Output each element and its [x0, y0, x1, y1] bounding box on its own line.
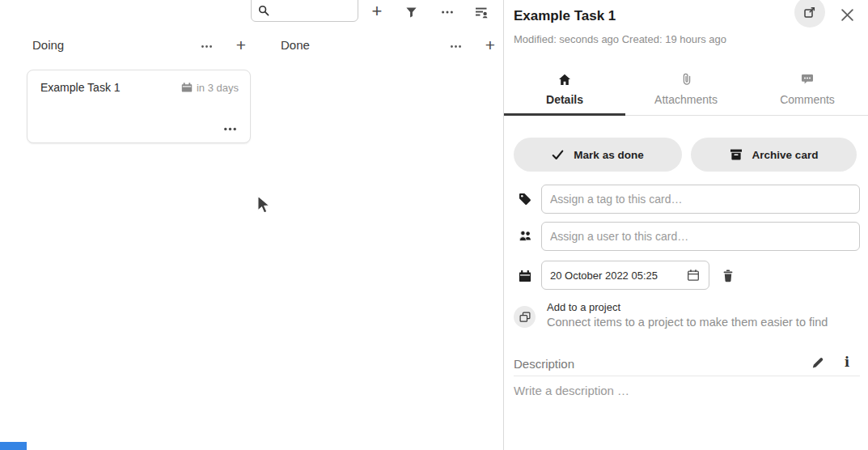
home-icon: [558, 73, 571, 86]
kanban-board: + Doing + Done +: [0, 0, 503, 450]
sort-by-user-button[interactable]: [470, 1, 493, 23]
doing-column-add-button[interactable]: +: [232, 36, 250, 53]
search-icon: [258, 5, 270, 17]
users-icon: [519, 230, 532, 242]
add-to-project-title: Add to a project: [547, 301, 828, 313]
panel-tabs: Details Attachments Comments: [504, 69, 868, 116]
archive-icon: [730, 148, 743, 161]
popout-icon: [803, 6, 816, 19]
description-info-button[interactable]: i: [839, 353, 855, 371]
bottom-left-accent-bar: [0, 442, 27, 450]
calendar-icon: [519, 270, 531, 282]
filter-button[interactable]: [400, 1, 422, 23]
close-icon: [840, 8, 854, 22]
paperclip-icon: [681, 73, 692, 86]
description-divider: [514, 376, 860, 376]
done-column-menu-button[interactable]: [447, 37, 464, 55]
tag-icon: [519, 193, 531, 206]
panel-meta-text: Modified: seconds ago Created: 19 hours …: [514, 33, 726, 45]
add-to-project-row[interactable]: Add to a project Connect items to a proj…: [514, 301, 858, 329]
check-icon: [552, 150, 564, 160]
column-title-done: Done: [281, 38, 310, 52]
info-icon: i: [845, 354, 849, 370]
doing-column-menu-button[interactable]: [197, 37, 215, 55]
open-calendar-button[interactable]: [684, 266, 702, 284]
card-title: Example Task 1: [40, 81, 121, 94]
done-column-add-button[interactable]: +: [481, 36, 499, 53]
board-menu-button[interactable]: [436, 1, 459, 23]
sort-by-user-icon: [475, 6, 489, 19]
due-date-value: 20 October 2022 05:25: [550, 270, 684, 282]
panel-title: Example Task 1: [514, 8, 616, 24]
close-panel-button[interactable]: [838, 6, 856, 23]
search-input[interactable]: [251, 0, 358, 22]
column-title-doing: Doing: [32, 38, 64, 52]
add-card-button[interactable]: +: [366, 0, 388, 23]
assign-tag-input[interactable]: [541, 185, 860, 214]
menu-dots-icon: [441, 6, 454, 19]
mouse-cursor: [256, 196, 272, 215]
archive-card-button[interactable]: Archive card: [691, 138, 857, 172]
mark-as-done-button[interactable]: Mark as done: [514, 138, 682, 172]
card-actions: Mark as done Archive card: [514, 138, 857, 172]
tab-details[interactable]: Details: [504, 69, 625, 115]
description-placeholder[interactable]: Write a description …: [514, 384, 629, 397]
edit-description-button[interactable]: [809, 354, 827, 371]
add-to-project-subtitle: Connect items to a project to make them …: [547, 316, 828, 329]
tab-attachments[interactable]: Attachments: [625, 69, 747, 115]
assign-user-input[interactable]: [541, 222, 860, 251]
tab-comments[interactable]: Comments: [747, 69, 868, 115]
due-date-field[interactable]: 20 October 2022 05:25: [541, 261, 709, 290]
kanban-card[interactable]: Example Task 1 in 3 days: [27, 70, 251, 143]
card-detail-panel: Example Task 1 Modified: seconds ago Cre…: [504, 0, 868, 450]
pencil-icon: [811, 356, 824, 369]
calendar-icon: [181, 82, 193, 93]
filter-icon: [405, 6, 417, 19]
card-menu-button[interactable]: [221, 121, 239, 136]
description-label: Description: [514, 357, 574, 371]
card-due-date: in 3 days: [181, 82, 239, 94]
popout-button[interactable]: [794, 0, 825, 28]
remove-date-button[interactable]: [719, 267, 737, 285]
project-icon: [514, 306, 536, 328]
comment-icon: [801, 73, 814, 86]
